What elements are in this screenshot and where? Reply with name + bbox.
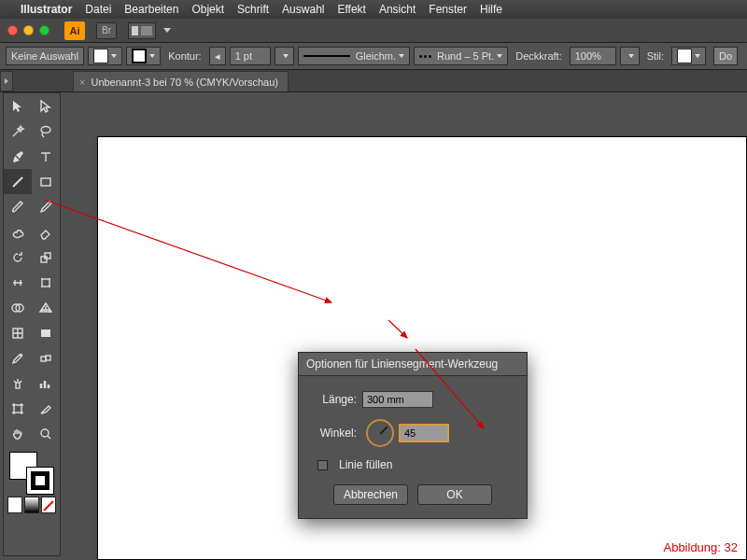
ok-button[interactable]: OK: [417, 484, 492, 505]
menu-app[interactable]: Illustrator: [21, 3, 72, 16]
document-tab-title: Unbenannt-3 bei 70 % (CMYK/Vorschau): [91, 77, 278, 88]
direct-selection-tool[interactable]: [32, 93, 60, 119]
dialog-title: Optionen für Liniensegment-Werkzeug: [299, 353, 527, 376]
rectangle-tool[interactable]: [32, 169, 60, 194]
svg-point-6: [49, 278, 50, 280]
document-tabs: × Unbenannt-3 bei 70 % (CMYK/Vorschau): [0, 70, 747, 92]
shape-builder-tool[interactable]: [4, 295, 32, 320]
pen-tool[interactable]: [4, 144, 32, 169]
svg-rect-1: [41, 178, 50, 186]
svg-rect-3: [45, 253, 50, 259]
length-label: Länge:: [314, 393, 357, 406]
fill-stroke-indicator[interactable]: [7, 452, 56, 497]
eraser-tool[interactable]: [32, 219, 60, 245]
brush-definition[interactable]: Rund – 5 Pt.: [414, 47, 508, 65]
magic-wand-tool[interactable]: [4, 119, 32, 144]
zoom-tool[interactable]: [32, 421, 60, 446]
slice-tool[interactable]: [32, 396, 60, 421]
stroke-label: Kontur:: [164, 50, 204, 62]
stroke-weight-field[interactable]: 1 pt: [230, 47, 271, 65]
fill-line-checkbox[interactable]: [317, 460, 328, 470]
length-input[interactable]: [362, 391, 433, 408]
angle-dial[interactable]: [366, 419, 394, 447]
fill-line-label: Linie füllen: [339, 458, 392, 471]
cancel-button[interactable]: Abbrechen: [333, 484, 408, 505]
width-tool[interactable]: [4, 270, 32, 295]
control-bar: Keine Auswahl Kontur: ◂ 1 pt Gleichm. Ru…: [0, 43, 747, 70]
gradient-mode-button[interactable]: [24, 497, 39, 513]
blob-brush-tool[interactable]: [4, 219, 32, 245]
free-transform-tool[interactable]: [32, 270, 60, 295]
symbol-sprayer-tool[interactable]: [4, 371, 32, 396]
opacity-dropdown[interactable]: [620, 47, 640, 65]
close-tab-icon[interactable]: ×: [79, 77, 85, 88]
svg-rect-15: [16, 383, 20, 388]
app-icon: Ai: [64, 21, 85, 40]
document-tab[interactable]: × Unbenannt-3 bei 70 % (CMYK/Vorschau): [73, 71, 289, 91]
pencil-tool[interactable]: [32, 194, 60, 219]
scale-tool[interactable]: [32, 245, 60, 270]
tools-panel: [3, 92, 61, 556]
selection-status: Keine Auswahl: [6, 47, 84, 65]
fill-swatch[interactable]: [88, 47, 122, 65]
window-close-button[interactable]: [7, 25, 18, 35]
menu-auswahl[interactable]: Auswahl: [282, 3, 324, 16]
blend-tool[interactable]: [32, 345, 60, 371]
chevron-down-icon[interactable]: [163, 28, 171, 33]
svg-point-5: [41, 278, 43, 280]
rotate-tool[interactable]: [4, 245, 32, 270]
stroke-weight-stepper[interactable]: ◂: [209, 47, 226, 65]
mac-menubar: Illustrator Datei Bearbeiten Objekt Schr…: [0, 0, 747, 19]
svg-point-8: [49, 286, 50, 287]
type-tool[interactable]: [32, 144, 60, 169]
window-zoom-button[interactable]: [39, 25, 49, 35]
none-mode-button[interactable]: [41, 497, 56, 513]
perspective-grid-tool[interactable]: [32, 295, 60, 320]
svg-rect-2: [41, 257, 47, 262]
menu-objekt[interactable]: Objekt: [191, 3, 224, 16]
stroke-swatch[interactable]: [126, 47, 161, 65]
panel-collapse-button[interactable]: [0, 71, 13, 91]
svg-rect-16: [14, 405, 21, 413]
arrange-documents-button[interactable]: [128, 22, 156, 39]
color-mode-button[interactable]: [7, 497, 22, 513]
line-segment-tool[interactable]: [4, 169, 32, 194]
menu-hilfe[interactable]: Hilfe: [480, 3, 502, 16]
opacity-label: Deckkraft:: [512, 50, 566, 62]
opacity-field[interactable]: 100%: [570, 47, 616, 65]
svg-point-0: [41, 126, 50, 133]
style-label: Stil:: [643, 50, 668, 62]
svg-point-17: [41, 429, 49, 437]
column-graph-tool[interactable]: [32, 371, 60, 396]
menu-fenster[interactable]: Fenster: [429, 3, 467, 16]
mesh-tool[interactable]: [4, 320, 32, 345]
menu-bearbeiten[interactable]: Bearbeiten: [124, 3, 178, 16]
angle-input[interactable]: [400, 425, 448, 441]
bridge-button[interactable]: Br: [96, 22, 117, 39]
document-setup-button[interactable]: Do: [713, 47, 738, 65]
stroke-weight-dropdown[interactable]: [275, 47, 294, 65]
workspace: Optionen für Liniensegment-Werkzeug Läng…: [0, 92, 747, 560]
line-segment-options-dialog: Optionen für Liniensegment-Werkzeug Läng…: [298, 352, 528, 519]
angle-label: Winkel:: [314, 427, 357, 440]
menu-datei[interactable]: Datei: [85, 3, 111, 16]
selection-tool[interactable]: [4, 93, 32, 119]
hand-tool[interactable]: [4, 421, 32, 446]
artboard-tool[interactable]: [4, 396, 32, 421]
stroke-color[interactable]: [26, 467, 54, 495]
eyedropper-tool[interactable]: [4, 345, 32, 371]
window-titlebar: Ai Br: [0, 19, 747, 43]
gradient-tool[interactable]: [32, 320, 60, 345]
menu-effekt[interactable]: Effekt: [337, 3, 365, 16]
svg-rect-14: [46, 356, 50, 360]
lasso-tool[interactable]: [32, 119, 60, 144]
menu-schrift[interactable]: Schrift: [237, 3, 269, 16]
graphic-style-swatch[interactable]: [671, 47, 706, 65]
svg-rect-12: [41, 329, 50, 337]
window-minimize-button[interactable]: [23, 25, 34, 35]
svg-rect-4: [42, 279, 49, 287]
svg-rect-13: [41, 357, 46, 361]
variable-width-profile[interactable]: Gleichm.: [298, 47, 410, 65]
menu-ansicht[interactable]: Ansicht: [379, 3, 416, 16]
paintbrush-tool[interactable]: [4, 194, 32, 219]
